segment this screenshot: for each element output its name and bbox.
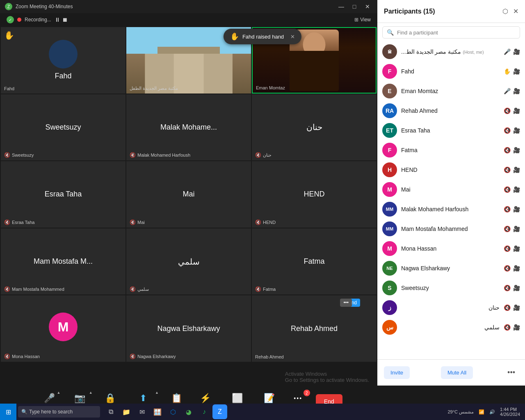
participant-controls: 🎤 🎥 [504, 48, 520, 55]
panel-more-button[interactable]: ••• [504, 367, 518, 379]
invite-button[interactable]: Invite [384, 366, 410, 379]
list-item[interactable]: MM Mam Mostafa Mohammed 🔇 🎥 [377, 219, 525, 239]
zoom-taskbar-button[interactable]: Z [212, 404, 227, 419]
start-button[interactable]: ⊞ [0, 404, 16, 420]
mic-muted-icon: 🔇 [504, 265, 511, 272]
mic-muted-icon: 🔇 [504, 186, 511, 193]
participant-avatar: F [382, 143, 397, 158]
participant-controls: 🔇 🎥 [504, 324, 520, 331]
malak-name: Malak Mohame... [160, 123, 217, 132]
rehab-name: Rehab Ahmed [291, 324, 338, 333]
list-item[interactable]: H HEND 🔇 🎥 [377, 160, 525, 180]
mam-label: 🔇 Mam Mostafa Mohammed [4, 286, 64, 292]
list-item[interactable]: ز حنان 🔇 🎥 [377, 298, 525, 317]
rehab-label: Rehab Ahmed [255, 354, 284, 359]
mic-muted-icon: 🔇 [504, 167, 511, 173]
video-grid: ✋ Fahd Fahd مكتبة مصر الجديدة الطفل [0, 26, 377, 363]
panel-icons: ⬡ ✕ [502, 7, 518, 15]
esraa-name: Esraa Taha [45, 190, 82, 199]
video-cell-fahd: ✋ Fahd Fahd [1, 27, 126, 94]
participant-controls: 🔇 🎥 [504, 167, 520, 173]
list-item[interactable]: MM Malak Mohamed Harfoush 🔇 🎥 [377, 199, 525, 219]
participant-name: Fahd [401, 68, 500, 75]
close-button[interactable]: ✕ [363, 2, 372, 11]
video-cell-salmi: سلمي 🔇 سلمي [126, 228, 251, 295]
chrome-button[interactable]: ◕ [181, 404, 196, 419]
video-cell-rehab: End ••• Rehab Ahmed Rehab Ahmed [252, 295, 377, 362]
participant-avatar: M [382, 182, 397, 197]
participant-controls: 🔇 🎥 [504, 186, 520, 193]
video-cell-nagwa: Nagwa Elsharkawy 🔇 Nagwa Elsharkawy [126, 295, 251, 362]
ms-store-button[interactable]: 🪟 [150, 404, 165, 419]
edge-button[interactable]: ⬡ [166, 404, 180, 419]
participant-name: HEND [401, 167, 500, 173]
mai-label: 🔇 Mai [130, 219, 145, 225]
panel-footer: Invite Mute All ••• [377, 359, 525, 386]
list-item[interactable]: S Sweetsuzy 🔇 🎥 [377, 278, 525, 298]
list-item[interactable]: ET Esraa Taha 🔇 🎥 [377, 121, 525, 140]
list-item[interactable]: F Fatma 🔇 🎥 [377, 140, 525, 160]
sweetsuzy-label: 🔇 Sweetsuzy [4, 152, 34, 158]
participant-avatar: S [382, 281, 397, 295]
security-icon: 🔒 [104, 392, 117, 405]
hand-raise-text: Fahd raised hand [242, 34, 284, 40]
share-screen-icon: ⬆ [137, 392, 150, 405]
video-caret: ▲ [89, 390, 93, 395]
network-icon: 📶 [477, 409, 486, 415]
list-item[interactable]: M Mona Hassan 🔇 🎥 [377, 239, 525, 258]
summary-icon: 📋 [170, 392, 183, 405]
participant-name: Fatma [401, 147, 500, 153]
panel-close-icon[interactable]: ✕ [513, 7, 518, 15]
cam-icon: 🎥 [513, 245, 520, 252]
list-item[interactable]: RA Rehab Ahmed 🔇 🎥 [377, 101, 525, 121]
cam-icon: 🎥 [513, 88, 520, 94]
participant-avatar: MM [382, 221, 397, 236]
mute-icon: 🎤 [43, 392, 56, 405]
recording-text: Recording... [25, 17, 51, 23]
mona-label: 🔇 Mona Hassan [4, 354, 40, 359]
whiteboards-icon: ⬜ [231, 392, 244, 405]
search-input[interactable] [397, 30, 516, 36]
taskbar-search[interactable]: 🔍 Type here to search [18, 406, 100, 418]
list-item[interactable]: س سلمي 🔇 🎥 [377, 317, 525, 337]
cam-icon: 🎥 [513, 285, 520, 291]
taskbar-system: 29°C مشمس 📶 🔊 1:44 PM 4/26/2024 [446, 407, 525, 417]
panel-expand-icon[interactable]: ⬡ [502, 7, 508, 15]
mic-muted-icon: 🔇 [504, 304, 511, 311]
list-item[interactable]: 🏛 ...مكتبة مصر الجديدة الط (Host, me) 🎤 … [377, 42, 525, 62]
mic-icon: 🎤 [504, 88, 511, 94]
eman-label: Eman Momtaz [256, 85, 285, 90]
view-button[interactable]: ⊞ View [354, 17, 371, 23]
task-view-button[interactable]: ⧉ [103, 404, 118, 419]
salmi-label: 🔇 سلمي [130, 286, 149, 292]
list-item[interactable]: F Fahd ✋ 🎥 [377, 62, 525, 81]
mic-icon: 🎤 [504, 48, 511, 55]
participant-avatar: 🏛 [382, 44, 397, 59]
mute-all-button[interactable]: Mute All [441, 366, 473, 379]
minimize-button[interactable]: — [336, 2, 346, 11]
participant-name: حنان [401, 304, 500, 311]
video-cell-malak: Malak Mohame... 🔇 Malak Mohamed Harfoush [126, 94, 251, 161]
participant-name: Malak Mohamed Harfoush [401, 206, 500, 212]
participant-name: Nagwa Elsharkawy [401, 265, 500, 272]
hand-raise-close[interactable]: ✕ [290, 34, 295, 40]
esraa-label: 🔇 Esraa Taha [4, 219, 34, 225]
cam-icon: 🎥 [513, 265, 520, 272]
participant-controls: 🔇 🎥 [504, 245, 520, 252]
participant-name: Eman Momtaz [401, 88, 500, 94]
file-explorer-button[interactable]: 📁 [119, 404, 134, 419]
spotify-button[interactable]: ♪ [197, 404, 212, 419]
list-item[interactable]: E Eman Momtaz 🎤 🎥 [377, 81, 525, 101]
pause-recording-button[interactable]: ⏸ ⏹ [55, 16, 68, 23]
participant-avatar: M [382, 241, 397, 256]
mic-muted-icon: 🔇 [504, 107, 511, 114]
video-cell-hanan: حنان 🔇 حنان [252, 94, 377, 161]
cam-icon: 🎥 [513, 304, 520, 311]
participant-controls: 🔇 🎥 [504, 285, 520, 291]
list-item[interactable]: M Mai 🔇 🎥 [377, 180, 525, 199]
share-caret: ▲ [155, 390, 159, 395]
mail-button[interactable]: ✉ [135, 404, 149, 419]
maximize-button[interactable]: □ [349, 2, 359, 11]
more-overlay-button[interactable]: ••• [340, 299, 352, 307]
list-item[interactable]: NE Nagwa Elsharkawy 🔇 🎥 [377, 258, 525, 278]
